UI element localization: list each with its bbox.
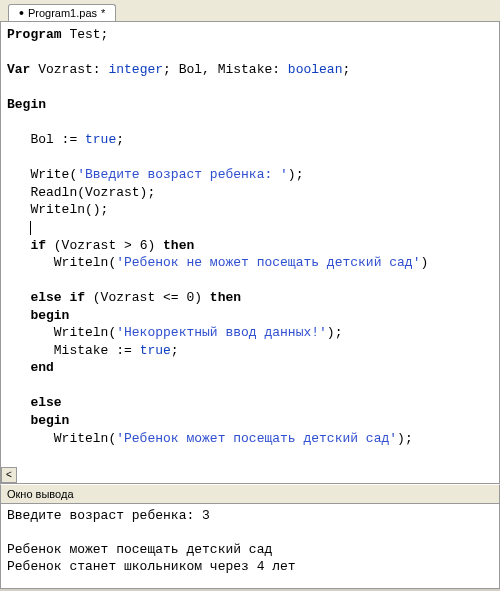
text-cursor	[30, 221, 31, 235]
scroll-left-button[interactable]: <	[1, 467, 17, 483]
output-line: Введите возраст ребенка: 3	[7, 508, 210, 523]
output-line: Ребенок может посещать детский сад	[7, 542, 272, 557]
code-content: Program Test; Var Vozrast: integer; Bol,…	[1, 22, 499, 451]
output-panel[interactable]: Введите возраст ребенка: 3 Ребенок может…	[0, 504, 500, 589]
tab-filename: Program1.pas	[28, 7, 97, 19]
code-editor[interactable]: Program Test; Var Vozrast: integer; Bol,…	[0, 22, 500, 484]
tab-bar: • Program1.pas *	[0, 0, 500, 22]
tab-program1[interactable]: • Program1.pas *	[8, 4, 116, 21]
tab-suffix: *	[101, 7, 105, 19]
output-line: Ребенок станет школьником через 4 лет	[7, 559, 296, 574]
output-panel-title: Окно вывода	[0, 484, 500, 504]
